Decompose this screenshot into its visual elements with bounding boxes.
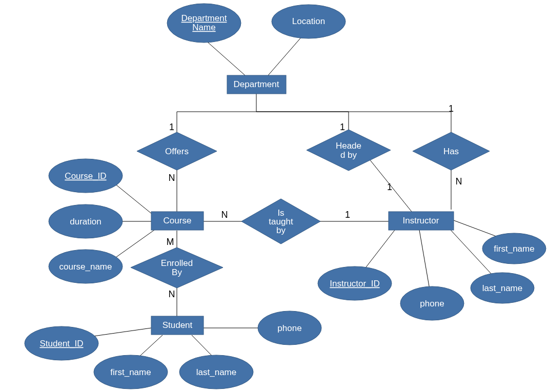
svg-text:by: by (276, 225, 286, 235)
rel-has: Has (413, 132, 490, 170)
attr-inst-first-name: first_name (482, 233, 546, 264)
entity-instructor: Instructor (389, 212, 454, 230)
rel-is-taught-by: Is taught by (241, 199, 320, 244)
attr-inst-last-name-label: last_name (482, 283, 522, 293)
entity-student-label: Student (163, 320, 193, 330)
rel-has-label: Has (443, 147, 459, 156)
entity-department: Department (227, 75, 286, 94)
entity-course: Course (151, 212, 204, 230)
attr-course-id-label: Course_ID (65, 171, 106, 181)
rel-offers-label: Offers (165, 147, 189, 156)
rel-headed-by: Heade d by (307, 130, 391, 171)
card-has-inst: N (456, 176, 462, 187)
attr-location: Location (272, 5, 346, 38)
entity-department-label: Department (234, 79, 279, 89)
rel-enrolled-by: Enrolled By (131, 247, 223, 288)
card-taught-inst: 1 (345, 210, 350, 220)
svg-text:Enrolled: Enrolled (161, 258, 193, 268)
svg-line-1 (268, 36, 302, 75)
svg-text:Heade: Heade (336, 141, 361, 151)
attr-stu-last-name-label: last_name (196, 367, 236, 377)
card-enrolled-student: N (169, 289, 175, 299)
attr-inst-phone: phone (400, 286, 464, 320)
svg-text:d by: d by (340, 150, 357, 160)
attr-inst-phone-label: phone (420, 299, 444, 308)
attr-location-label: Location (292, 16, 325, 26)
attr-stu-phone: phone (258, 311, 321, 345)
card-dept-headed: 1 (340, 122, 345, 132)
card-course-enrolled: M (167, 237, 174, 247)
attr-course-name: course_name (49, 250, 123, 283)
svg-line-0 (204, 39, 245, 75)
attr-student-id-label: Student_ID (39, 339, 83, 348)
er-diagram: 1 N 1 1 1 N N 1 M N Department Name Loca… (0, 0, 548, 392)
attr-department-name-label: Department (181, 13, 227, 23)
rel-offers: Offers (137, 132, 217, 170)
card-dept-has: 1 (449, 104, 454, 114)
attr-instructor-id-label: Instructor_ID (330, 279, 379, 288)
card-course-taught: N (221, 210, 228, 220)
attr-course-name-label: course_name (59, 262, 112, 272)
card-offers-course: N (169, 173, 175, 183)
entity-student: Student (151, 316, 204, 335)
attr-duration: duration (49, 204, 123, 238)
attr-instructor-id: Instructor_ID (318, 266, 392, 300)
attr-stu-first-name: first_name (94, 355, 168, 389)
card-dept-offers: 1 (169, 122, 174, 132)
attr-inst-first-name-label: first_name (494, 244, 534, 254)
svg-text:By: By (172, 267, 182, 277)
svg-text:Name: Name (192, 23, 215, 32)
attr-course-id: Course_ID (49, 159, 123, 193)
attr-stu-first-name-label: first_name (110, 367, 151, 377)
entity-instructor-label: Instructor (403, 216, 439, 225)
svg-line-19 (361, 230, 395, 273)
attr-department-name: Department Name (167, 4, 241, 43)
attr-duration-label: duration (70, 217, 101, 226)
attr-stu-last-name: last_name (179, 355, 253, 389)
entity-course-label: Course (164, 216, 192, 225)
attr-inst-last-name: last_name (471, 273, 534, 303)
svg-line-18 (110, 229, 156, 261)
attr-student-id: Student_ID (25, 326, 98, 360)
card-headed-inst: 1 (387, 182, 392, 192)
svg-line-20 (419, 230, 430, 289)
attr-stu-phone-label: phone (277, 323, 301, 333)
